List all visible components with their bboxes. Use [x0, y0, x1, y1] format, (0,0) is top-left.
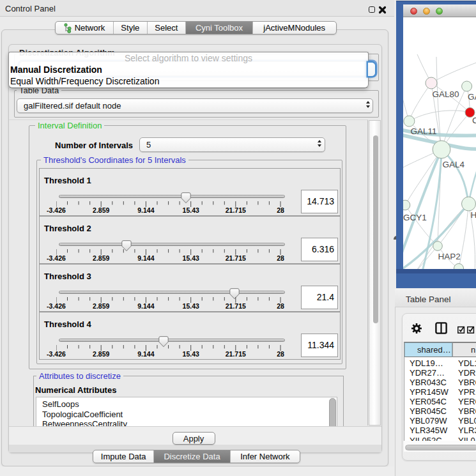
svg-text:GAL80: GAL80	[433, 89, 459, 99]
svg-text:GAL4: GAL4	[442, 160, 464, 169]
svg-text:GAL11: GAL11	[410, 127, 436, 136]
svg-text:GCY1: GCY1	[403, 213, 427, 222]
svg-text:H: H	[470, 210, 476, 220]
svg-text:HAP2: HAP2	[438, 252, 460, 261]
svg-text:C: C	[472, 116, 476, 125]
svg-text:GA: GA	[468, 92, 476, 102]
